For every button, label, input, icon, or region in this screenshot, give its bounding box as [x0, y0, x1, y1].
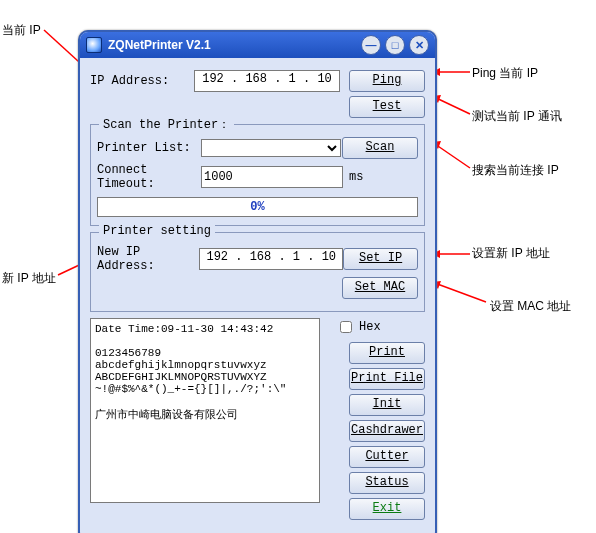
init-button[interactable]: Init — [349, 394, 425, 416]
new-ip-label: New IP Address: — [97, 245, 199, 273]
ip-input[interactable]: 192 . 168 . 1 . 10 — [194, 70, 340, 92]
ip-row: IP Address: 192 . 168 . 1 . 10 Ping — [90, 70, 425, 92]
scan-fieldset: Scan the Printer： Printer List: Scan Con… — [90, 124, 425, 226]
timeout-label: Connect Timeout: — [97, 163, 201, 191]
test-row: Test — [90, 96, 425, 118]
minimize-button[interactable]: — — [361, 35, 381, 55]
cutter-button[interactable]: Cutter — [349, 446, 425, 468]
cashdrawer-button[interactable]: Cashdrawer — [349, 420, 425, 442]
annotation-current-ip: 当前 IP — [2, 22, 41, 39]
setting-fieldset: Printer setting New IP Address: 192 . 16… — [90, 232, 425, 312]
annotation-setip: 设置新 IP 地址 — [472, 245, 550, 262]
titlebar: ZQNetPrinter V2.1 — □ ✕ — [80, 32, 435, 58]
status-button[interactable]: Status — [349, 472, 425, 494]
printer-list-combo[interactable] — [201, 139, 341, 157]
window-title: ZQNetPrinter V2.1 — [108, 38, 211, 52]
annotation-scan: 搜索当前连接 IP — [472, 162, 559, 179]
svg-line-10 — [432, 282, 486, 302]
print-button[interactable]: Print — [349, 342, 425, 364]
set-mac-button[interactable]: Set MAC — [342, 277, 418, 299]
annotation-setmac: 设置 MAC 地址 — [490, 298, 571, 315]
printer-list-label: Printer List: — [97, 141, 201, 155]
hex-label: Hex — [359, 320, 381, 334]
arrow-setmac — [428, 278, 490, 306]
output-textarea[interactable]: Date Time:09-11-30 14:43:42 0123456789 a… — [90, 318, 320, 503]
ip-label: IP Address: — [90, 74, 194, 88]
scan-button[interactable]: Scan — [342, 137, 418, 159]
scan-progress: 0% — [97, 197, 418, 217]
maximize-button[interactable]: □ — [385, 35, 405, 55]
exit-button[interactable]: Exit — [349, 498, 425, 520]
hex-checkbox[interactable] — [340, 321, 352, 333]
close-button[interactable]: ✕ — [409, 35, 429, 55]
test-button[interactable]: Test — [349, 96, 425, 118]
print-file-button[interactable]: Print File — [349, 368, 425, 390]
app-icon — [86, 37, 102, 53]
set-ip-button[interactable]: Set IP — [343, 248, 418, 270]
timeout-unit: ms — [349, 170, 363, 184]
new-ip-input[interactable]: 192 . 168 . 1 . 10 — [199, 248, 343, 270]
setting-legend: Printer setting — [99, 224, 215, 238]
scan-legend: Scan the Printer： — [99, 116, 234, 133]
timeout-input[interactable] — [201, 166, 343, 188]
annotation-newip: 新 IP 地址 — [2, 270, 56, 287]
ping-button[interactable]: Ping — [349, 70, 425, 92]
client-area: IP Address: 192 . 168 . 1 . 10 Ping Test… — [80, 58, 435, 533]
annotation-ping: Ping 当前 IP — [472, 65, 538, 82]
annotation-test: 测试当前 IP 通讯 — [472, 108, 562, 125]
right-button-column: Hex Print Print File Init Cashdrawer Cut… — [330, 318, 425, 520]
app-window: ZQNetPrinter V2.1 — □ ✕ IP Address: 192 … — [78, 30, 437, 533]
